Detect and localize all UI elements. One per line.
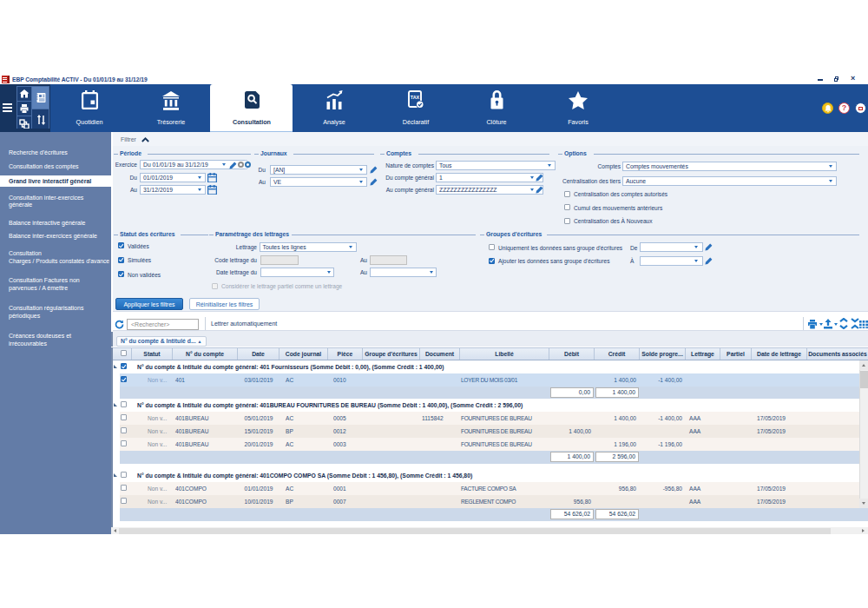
- svg-text:TAX: TAX: [411, 95, 420, 100]
